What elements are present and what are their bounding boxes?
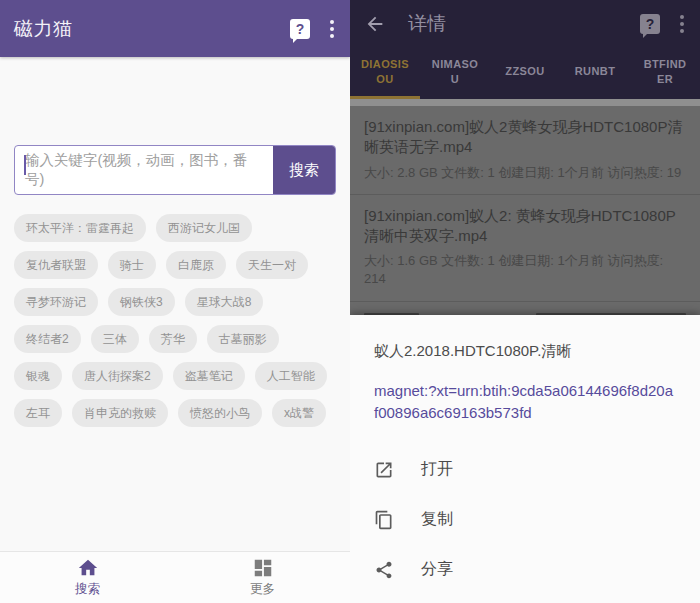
keyword-chip[interactable]: 钢铁侠3 — [108, 288, 175, 316]
result-title: [91xinpian.com]蚁人2: 黄蜂女现身HDTC1080P清晰中英双字… — [364, 206, 686, 247]
keyword-chip[interactable]: 天生一对 — [236, 251, 308, 279]
overflow-menu-icon[interactable] — [328, 18, 336, 40]
keyword-chip[interactable]: 唐人街探案2 — [72, 362, 163, 390]
keyword-chip[interactable]: 人工智能 — [255, 362, 327, 390]
dashboard-icon — [252, 557, 274, 579]
keyword-chip[interactable]: 三体 — [91, 325, 139, 353]
copy-icon — [374, 510, 394, 530]
magnet-bottom-sheet: 蚁人2.2018.HDTC1080P.清晰 magnet:?xt=urn:bti… — [350, 315, 700, 603]
keyword-chip[interactable]: 银魂 — [14, 362, 62, 390]
home-icon — [77, 557, 99, 579]
tab-nimasou[interactable]: NIMASO U — [420, 47, 490, 99]
keyword-chip[interactable]: 左耳 — [14, 399, 62, 427]
keyword-chip[interactable]: 西游记女儿国 — [156, 214, 252, 242]
help-icon[interactable]: ? — [640, 14, 660, 34]
open-in-new-icon — [374, 460, 394, 480]
share-action[interactable]: 分享 — [374, 545, 676, 595]
app-title: 磁力猫 — [14, 16, 290, 42]
progress-strip — [350, 99, 700, 106]
overflow-menu-icon[interactable] — [678, 13, 686, 35]
action-label: 复制 — [421, 509, 453, 530]
keyword-chip[interactable]: 星球大战8 — [185, 288, 264, 316]
tab-btfinder[interactable]: BTFIND ER — [630, 47, 700, 99]
nav-tab-more[interactable]: 更多 — [175, 552, 350, 603]
detail-screen-dimmed: 详情 ? DIAOSIS OU NIMASO U ZZSOU RUNBT BTF… — [350, 0, 700, 603]
keyword-chip[interactable]: 骑士 — [108, 251, 156, 279]
search-screen: 磁力猫 ? 输入关键字(视频，动画，图书，番号) 搜索 环太平洋：雷霆再起 西游… — [0, 0, 350, 603]
share-icon — [374, 560, 394, 580]
action-label: 分享 — [421, 559, 453, 580]
keyword-chip[interactable]: 环太平洋：雷霆再起 — [14, 214, 146, 242]
result-item[interactable]: [91xinpian.com]蚁人2: 黄蜂女现身HDTC1080P清晰中英双字… — [350, 195, 700, 301]
magnet-link[interactable]: magnet:?xt=urn:btih:9cda5a06144696f8d20a… — [374, 380, 676, 424]
search-placeholder: 输入关键字(视频，动画，图书，番号) — [25, 151, 265, 189]
screenshot-root: 磁力猫 ? 输入关键字(视频，动画，图书，番号) 搜索 环太平洋：雷霆再起 西游… — [0, 0, 700, 603]
nav-label: 搜索 — [75, 581, 100, 598]
tab-runbt[interactable]: RUNBT — [560, 47, 630, 99]
keyword-chip[interactable]: x战警 — [272, 399, 326, 427]
help-icon[interactable]: ? — [290, 19, 310, 39]
keyword-chip[interactable]: 肖申克的救赎 — [72, 399, 168, 427]
keyword-chip[interactable]: 复仇者联盟 — [14, 251, 98, 279]
sheet-actions: 打开 复制 分享 — [374, 445, 676, 595]
search-bar: 输入关键字(视频，动画，图书，番号) 搜索 — [14, 145, 336, 195]
keyword-chip[interactable]: 盗墓笔记 — [173, 362, 245, 390]
copy-action[interactable]: 复制 — [374, 495, 676, 545]
action-label: 打开 — [421, 459, 453, 480]
detail-app-bar: 详情 ? — [350, 0, 700, 47]
nav-label: 更多 — [250, 581, 275, 598]
sheet-title: 蚁人2.2018.HDTC1080P.清晰 — [374, 342, 676, 361]
result-meta: 大小: 2.8 GB 文件数: 1 创建日期: 1个月前 访问热度: 19 — [364, 164, 686, 182]
hot-keyword-chips: 环太平洋：雷霆再起 西游记女儿国 复仇者联盟 骑士 白鹿原 天生一对 寻梦环游记… — [14, 214, 336, 427]
keyword-chip[interactable]: 白鹿原 — [166, 251, 226, 279]
keyword-chip[interactable]: 古墓丽影 — [207, 325, 279, 353]
text-cursor — [24, 155, 26, 175]
search-input[interactable]: 输入关键字(视频，动画，图书，番号) — [15, 146, 273, 194]
keyword-chip[interactable]: 芳华 — [149, 325, 197, 353]
nav-tab-search[interactable]: 搜索 — [0, 552, 175, 603]
tab-zzsou[interactable]: ZZSOU — [490, 47, 560, 99]
result-title: [91xinpian.com]蚁人2黄蜂女现身HDTC1080P清晰英语无字.m… — [364, 117, 686, 158]
keyword-chip[interactable]: 终结者2 — [14, 325, 81, 353]
open-action[interactable]: 打开 — [374, 445, 676, 495]
result-item[interactable]: [91xinpian.com]蚁人2黄蜂女现身HDTC1080P清晰英语无字.m… — [350, 106, 700, 194]
keyword-chip[interactable]: 寻梦环游记 — [14, 288, 98, 316]
search-button[interactable]: 搜索 — [273, 146, 335, 194]
source-tabs: DIAOSIS OU NIMASO U ZZSOU RUNBT BTFIND E… — [350, 47, 700, 99]
back-arrow-icon[interactable] — [364, 13, 386, 35]
detail-title: 详情 — [408, 11, 640, 37]
keyword-chip[interactable]: 愤怒的小鸟 — [178, 399, 262, 427]
result-list: [91xinpian.com]蚁人2黄蜂女现身HDTC1080P清晰英语无字.m… — [350, 106, 700, 321]
bottom-navigation: 搜索 更多 — [0, 551, 350, 603]
left-app-bar: 磁力猫 ? — [0, 0, 350, 57]
tab-diaosisou[interactable]: DIAOSIS OU — [350, 47, 420, 99]
result-meta: 大小: 1.6 GB 文件数: 1 创建日期: 1个月前 访问热度: 214 — [364, 252, 686, 288]
